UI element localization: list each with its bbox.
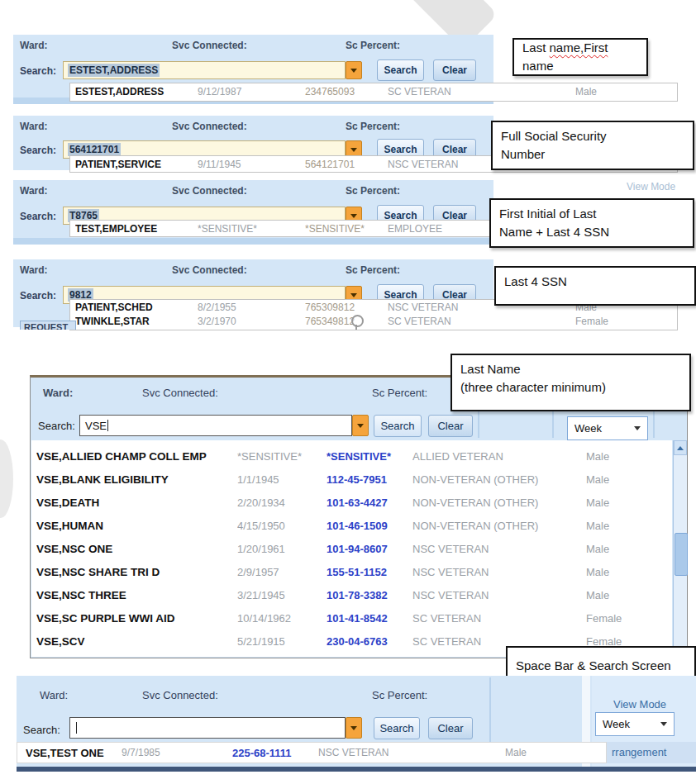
search-label: Search: xyxy=(38,420,75,432)
search-input[interactable]: ESTEST,ADDRESS xyxy=(63,61,346,79)
search-input-selected-text: ESTEST,ADDRESS xyxy=(68,64,160,77)
search-input[interactable] xyxy=(69,717,346,739)
cell-name: VSE,NSC ONE xyxy=(36,543,237,555)
cell-type: NSC VETERAN xyxy=(412,543,586,555)
cell-name: ESTEST,ADDRESS xyxy=(75,86,198,97)
cell-name: VSE,SC PURPLE WWI AID xyxy=(36,612,237,625)
cell-dob: 4/15/1950 xyxy=(237,520,327,532)
result-row[interactable]: ESTEST,ADDRESS9/12/1987234765093SC VETER… xyxy=(70,83,677,99)
search-label: Search: xyxy=(20,290,56,302)
cell-dob: 9/11/1945 xyxy=(198,159,305,170)
annotation-last4-ssn: Last 4 SSN xyxy=(494,266,696,306)
search-label: Search: xyxy=(20,211,56,222)
result-row[interactable]: TWINKLE,STAR3/2/1970765349812SC VETERANF… xyxy=(70,314,677,328)
request-tab-partial[interactable]: REQUEST xyxy=(20,321,76,330)
search-button[interactable]: Search xyxy=(374,717,420,739)
result-row[interactable]: VSE,SC PURPLE WWI AID10/14/1962101-41-85… xyxy=(31,606,672,630)
annotation-text: Last name,First name xyxy=(522,39,638,75)
cell-name: VSE,ALLIED CHAMP COLL EMP xyxy=(36,450,237,463)
ward-label: Ward: xyxy=(43,387,73,399)
cell-gender: Male xyxy=(586,566,672,578)
dropdown-arrow-icon xyxy=(350,148,357,152)
results-scrollbar[interactable] xyxy=(673,440,687,657)
result-row[interactable]: VSE,DEATH2/20/1934101-63-4427NON-VETERAN… xyxy=(31,491,672,514)
clear-button[interactable]: Clear xyxy=(428,415,473,437)
annotation-last-name-min3: Last Name (three character minimum) xyxy=(450,354,691,411)
cell-gender: Male xyxy=(586,543,672,555)
cell-ssn: 234765093 xyxy=(305,86,388,97)
cell-name: VSE,NSC THREE xyxy=(36,589,237,601)
dropdown-arrow-icon xyxy=(634,426,641,430)
cell-gender: Female xyxy=(575,316,677,327)
sc-percent-label: Sc Percent: xyxy=(346,264,400,276)
result-row[interactable]: VSE,NSC THREE3/21/1945101-78-3382NSC VET… xyxy=(31,583,672,606)
search-button[interactable]: Search xyxy=(377,59,424,81)
svc-connected-label: Svc Connected: xyxy=(142,689,218,701)
search-results-dropdown: ESTEST,ADDRESS9/12/1987234765093SC VETER… xyxy=(69,83,678,102)
search-button[interactable]: Search xyxy=(374,415,422,437)
view-mode-select[interactable]: Week xyxy=(595,712,675,736)
result-row[interactable]: VSE,BLANK ELIGIBILITY1/1/1945112-45-7951… xyxy=(31,468,672,491)
cell-dob: 2/9/1957 xyxy=(237,566,327,578)
cell-ssn: 765309812 xyxy=(305,302,388,313)
sc-percent-label: Sc Percent: xyxy=(372,387,427,399)
cell-ssn: 225-68-1111 xyxy=(232,747,318,759)
result-row[interactable]: VSE,NSC SHARE TRI D2/9/1957155-51-1152NS… xyxy=(31,560,672,583)
annotation-text-line2: Number xyxy=(501,145,684,164)
arrangement-link-partial[interactable]: rrangement xyxy=(612,746,666,758)
cell-dob: 1/1/1945 xyxy=(237,473,327,486)
cell-name: PATIENT,SCHED xyxy=(75,302,198,313)
search-dropdown-button[interactable] xyxy=(352,415,369,436)
clear-button[interactable]: Clear xyxy=(428,717,473,739)
cell-ssn: 564121701 xyxy=(305,159,388,170)
scrollbar-up-button[interactable] xyxy=(674,440,687,455)
view-mode-link[interactable]: View Mode xyxy=(613,698,666,710)
cell-ssn: 112-45-7951 xyxy=(327,473,412,486)
cell-dob: 3/21/1945 xyxy=(237,589,327,601)
cell-ssn: *SENSITIVE* xyxy=(327,450,412,463)
dropdown-arrow-icon xyxy=(357,424,364,428)
svc-connected-label: Svc Connected: xyxy=(142,387,218,399)
search-input[interactable]: VSE xyxy=(79,415,352,436)
cell-gender: Male xyxy=(586,497,672,509)
cell-gender: Female xyxy=(586,612,672,625)
magnifier-cursor-icon xyxy=(351,315,364,327)
result-row[interactable]: VSE,ALLIED CHAMP COLL EMP*SENSITIVE**SEN… xyxy=(31,444,672,468)
cell-dob: *SENSITIVE* xyxy=(198,223,305,235)
arrangement-partial-area: rrangement xyxy=(607,742,696,763)
result-row[interactable]: VSE,HUMAN4/15/1950101-46-1509NON-VETERAN… xyxy=(31,514,672,537)
cell-name: TEST,EMPLOYEE xyxy=(75,223,198,235)
text-caret xyxy=(76,722,77,734)
cell-type: NON-VETERAN (OTHER) xyxy=(412,497,586,509)
ward-label: Ward: xyxy=(40,689,68,701)
result-row[interactable]: VSE,TEST ONE9/7/1985225-68-1111NSC VETER… xyxy=(17,743,527,763)
search-input-selected-text: 564121701 xyxy=(68,143,121,156)
svc-connected-label: Svc Connected: xyxy=(172,264,247,276)
search-dropdown-button[interactable] xyxy=(346,61,362,79)
sc-percent-label: Sc Percent: xyxy=(346,185,400,197)
cell-type: SC VETERAN xyxy=(388,316,575,327)
cell-dob: 9/7/1985 xyxy=(122,747,232,758)
sc-percent-label: Sc Percent: xyxy=(346,40,400,51)
cell-gender: Male xyxy=(586,473,672,486)
result-row[interactable]: VSE,NSC ONE1/20/1961101-94-8607NSC VETER… xyxy=(31,537,672,560)
annotation-text: Last 4 SSN xyxy=(504,273,686,291)
cell-dob: 5/21/1915 xyxy=(237,635,327,648)
faint-view-mode-text: View Mode xyxy=(627,181,675,192)
cell-gender: Male xyxy=(505,747,527,758)
sc-percent-label: Sc Percent: xyxy=(346,121,400,132)
annotation-initial-last4: First Initial of Last Name + Last 4 SSN xyxy=(489,198,694,248)
annotation-text-line1: First Initial of Last xyxy=(499,205,684,223)
cell-ssn: 101-63-4427 xyxy=(327,497,412,509)
cell-ssn: 765349812 xyxy=(305,316,388,327)
cell-type: NON-VETERAN (OTHER) xyxy=(412,520,586,532)
patient-results-list: VSE,ALLIED CHAMP COLL EMP*SENSITIVE**SEN… xyxy=(31,440,672,657)
scrollbar-thumb[interactable] xyxy=(675,533,688,576)
search-dropdown-button[interactable] xyxy=(346,717,362,739)
annotation-last-first-name: Last name,First name xyxy=(512,38,648,76)
view-mode-select[interactable]: Week xyxy=(567,416,648,440)
clear-button[interactable]: Clear xyxy=(433,59,476,81)
cell-type: NSC VETERAN xyxy=(412,589,586,601)
search-label: Search: xyxy=(20,145,56,156)
annotation-text-line2: (three character minimum) xyxy=(460,378,681,397)
